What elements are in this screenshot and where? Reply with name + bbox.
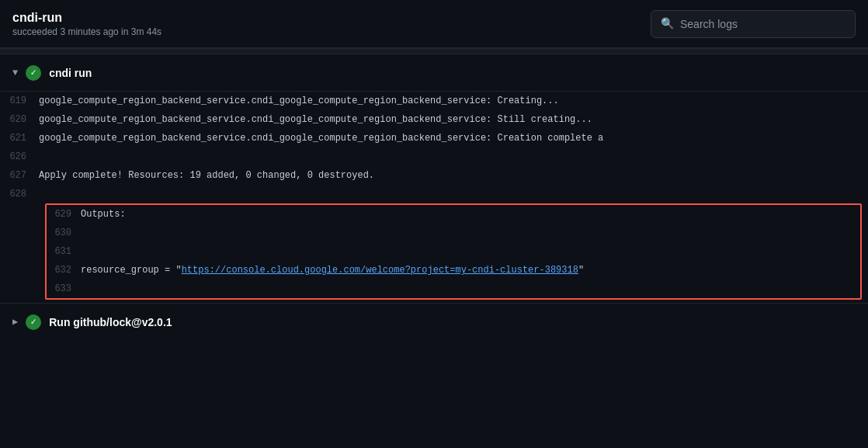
search-icon: 🔍 — [661, 17, 674, 30]
line-number: 619 — [0, 92, 39, 109]
log-line-633: 633 — [47, 280, 860, 298]
line-text: google_compute_region_backend_service.cn… — [39, 111, 868, 128]
line-number: 633 — [47, 280, 81, 297]
cndi-run-section-header[interactable]: ▼ cndi run — [0, 54, 868, 92]
line-text — [81, 243, 860, 260]
log-line-632: 632 resource_group = "https://console.cl… — [47, 261, 860, 280]
line-text: google_compute_region_backend_service.cn… — [39, 92, 868, 109]
line-number: 627 — [0, 167, 39, 184]
success-icon — [26, 65, 41, 81]
line-number: 628 — [0, 186, 39, 203]
line-number: 621 — [0, 130, 39, 147]
line-number: 632 — [47, 262, 81, 279]
line-text: resource_group = "https://console.cloud.… — [81, 262, 860, 279]
section-divider — [0, 48, 868, 54]
line-text: Apply complete! Resources: 19 added, 0 c… — [39, 167, 868, 184]
success-icon — [26, 314, 41, 330]
page-subtitle: succeeded 3 minutes ago in 3m 44s — [12, 26, 161, 37]
line-text — [81, 280, 860, 297]
search-placeholder: Search logs — [680, 18, 738, 30]
log-line-630: 630 — [47, 224, 860, 242]
line-text — [39, 186, 868, 203]
header: cndi-run succeeded 3 minutes ago in 3m 4… — [0, 0, 868, 48]
chevron-right-icon: ▶ — [12, 316, 18, 328]
log-line-619: 619 google_compute_region_backend_servic… — [0, 92, 868, 110]
log-line-626: 626 — [0, 148, 868, 166]
line-text: Outputs: — [81, 206, 860, 223]
log-line-620: 620 google_compute_region_backend_servic… — [0, 110, 868, 129]
run-lock-title: Run github/lock@v2.0.1 — [49, 316, 172, 328]
line-number: 620 — [0, 111, 39, 128]
line-number: 631 — [47, 243, 81, 260]
log-line-629: 629 Outputs: — [47, 205, 860, 224]
log-line-628: 628 — [0, 185, 868, 203]
resource-group-link[interactable]: https://console.cloud.google.com/welcome… — [182, 265, 578, 276]
search-box[interactable]: 🔍 Search logs — [651, 10, 856, 38]
line-text: google_compute_region_backend_service.cn… — [39, 130, 868, 147]
section-title: cndi run — [49, 67, 92, 79]
page-title: cndi-run — [12, 11, 161, 25]
highlighted-log-section: 629 Outputs: 630 631 632 resource_group … — [45, 203, 862, 300]
header-left: cndi-run succeeded 3 minutes ago in 3m 4… — [12, 11, 161, 37]
line-number: 630 — [47, 224, 81, 241]
line-number: 626 — [0, 148, 39, 165]
line-text — [81, 224, 860, 241]
line-text — [39, 148, 868, 165]
run-lock-section[interactable]: ▶ Run github/lock@v2.0.1 — [0, 303, 868, 340]
chevron-down-icon: ▼ — [12, 68, 18, 78]
log-line-621: 621 google_compute_region_backend_servic… — [0, 129, 868, 148]
log-line-631: 631 — [47, 242, 860, 261]
line-number: 629 — [47, 206, 81, 223]
log-line-627: 627 Apply complete! Resources: 19 added,… — [0, 166, 868, 185]
log-content: 619 google_compute_region_backend_servic… — [0, 92, 868, 300]
